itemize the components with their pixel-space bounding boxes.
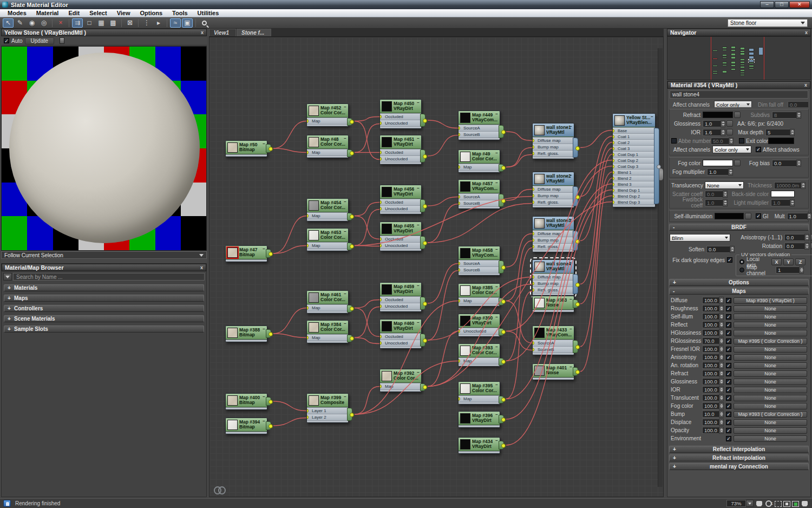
output-socket-icon[interactable] (575, 302, 580, 307)
material-name-input[interactable]: wall stone4 (670, 90, 808, 99)
zoom-tool-icon[interactable] (199, 18, 209, 28)
param-spinner[interactable]: 5 (765, 129, 795, 136)
param-checkbox[interactable]: Exit color (739, 138, 768, 144)
node-ws3[interactable]: wall stone3VRayMtl−Diffuse mapBump mapRe… (532, 216, 574, 252)
node-minimize-icon[interactable]: − (495, 344, 498, 349)
node-n49[interactable]: Map #49Color Cor...−Map (458, 149, 500, 173)
map-assign-button[interactable]: None (734, 395, 807, 401)
input-socket-icon[interactable] (380, 304, 382, 308)
close-icon[interactable]: x (805, 30, 808, 35)
input-socket-icon[interactable] (307, 119, 309, 123)
node-input-slot[interactable]: SourceA (459, 125, 500, 131)
node-minimize-icon[interactable]: − (417, 136, 420, 141)
output-socket-icon[interactable] (269, 424, 273, 428)
input-socket-icon[interactable] (613, 183, 614, 186)
output-socket-icon[interactable] (423, 338, 427, 343)
output-socket-icon[interactable] (501, 299, 506, 304)
map-shortcut-button[interactable] (726, 129, 733, 135)
node-input-slot[interactable]: SourceB (459, 200, 500, 206)
node-input-slot[interactable]: Map (459, 357, 500, 364)
node-n455[interactable]: Map #455VRayDirt−OccludedUnoccluded (379, 222, 422, 251)
input-socket-icon[interactable] (380, 151, 382, 154)
node-input-slot[interactable]: Diffuse map (533, 230, 574, 237)
close-icon[interactable]: x (201, 30, 204, 35)
navigator-node[interactable] (731, 61, 736, 64)
node-n457[interactable]: Map #457VRayCom...−SourceASourceB (458, 179, 500, 209)
node-n394[interactable]: Map #394Bitmap− (225, 418, 267, 434)
navigator-node[interactable] (731, 46, 736, 49)
menu-utilities[interactable]: Utilities (193, 10, 224, 16)
node-minimize-icon[interactable]: − (417, 370, 420, 375)
node-minimize-icon[interactable]: − (344, 394, 346, 399)
node-input-slot[interactable]: Refl. gloss. (533, 243, 574, 250)
node-n392[interactable]: Map #392Color Cor...−Map (379, 369, 422, 392)
map-assign-button[interactable]: None (734, 435, 807, 442)
menu-select[interactable]: Select (85, 10, 111, 16)
axis-z-button[interactable]: Z (795, 258, 806, 265)
map-enable-checkbox[interactable]: ✓ (726, 379, 731, 385)
navigator-node[interactable] (740, 74, 745, 76)
input-socket-icon[interactable] (613, 200, 614, 204)
map-amount-spinner[interactable]: 100.0 (702, 427, 724, 434)
menu-view[interactable]: View (113, 10, 135, 16)
close-button[interactable]: ✕ (789, 1, 810, 8)
node-minimize-icon[interactable]: − (569, 217, 572, 222)
node-minimize-icon[interactable]: − (651, 114, 653, 119)
input-socket-icon[interactable] (459, 262, 460, 265)
node-minimize-icon[interactable]: − (495, 151, 498, 155)
map-assign-button[interactable]: Map #395 ( Color Correction ) (734, 338, 807, 344)
node-input-slot[interactable]: Bump map (533, 192, 574, 199)
node-minimize-icon[interactable]: − (495, 438, 498, 443)
output-socket-icon[interactable] (501, 166, 506, 170)
auto-update-checkbox[interactable]: ✓ (4, 38, 9, 43)
input-socket-icon[interactable] (459, 299, 460, 303)
node-n50[interactable]: Map #50Bitmap− (225, 140, 267, 157)
input-socket-icon[interactable] (613, 129, 614, 133)
node-n395[interactable]: Map #395Color Cor...−Map (458, 381, 500, 405)
node-input-slot[interactable]: Occluded (380, 296, 421, 303)
node-n384[interactable]: Map #384Color Cor...−Map (306, 320, 349, 343)
zoom-plusminus-icon[interactable] (765, 500, 773, 507)
node-input-slot[interactable]: Coat 3 (613, 145, 655, 151)
zoom-region-icon[interactable] (775, 501, 782, 507)
rollout-options[interactable]: +Options (669, 279, 809, 286)
navigator-node[interactable] (740, 50, 745, 53)
node-input-slot[interactable]: Blend Dup 1 (613, 187, 655, 193)
node-minimize-icon[interactable]: − (495, 180, 498, 185)
node-n390[interactable]: Map #390VRayDirt−Unoccluded (458, 314, 500, 337)
update-button[interactable]: Update (25, 37, 54, 44)
navigator-node[interactable] (722, 70, 727, 73)
navigator-node[interactable] (731, 56, 736, 59)
node-n459[interactable]: Map #459VRayDirt−OccludedUnoccluded (379, 282, 422, 312)
node-input-slot[interactable]: SourceB (459, 131, 500, 138)
node-yellow[interactable]: Yellow St...VRayBlen...−BaseCoat 1Coat 2… (612, 113, 656, 207)
node-input-slot[interactable]: Diffuse map (533, 186, 574, 192)
output-socket-icon[interactable] (269, 147, 273, 151)
node-input-slot[interactable]: SourceB (459, 266, 500, 273)
input-socket-icon[interactable] (613, 147, 614, 151)
node-n461[interactable]: Map #461Color Cor...−Map (306, 290, 349, 314)
output-socket-icon[interactable] (350, 307, 354, 311)
node-input-slot[interactable]: Bump map (533, 144, 574, 150)
color-swatch[interactable] (703, 112, 733, 118)
navigator-node[interactable] (749, 48, 754, 51)
input-socket-icon[interactable] (613, 194, 614, 198)
node-minimize-icon[interactable]: − (263, 141, 265, 146)
navigator-node[interactable] (749, 62, 754, 64)
map-amount-spinner[interactable]: 100.0 (702, 321, 724, 328)
param-spinner[interactable]: 0.0 (772, 160, 801, 167)
navigator-node[interactable] (740, 64, 745, 66)
node-n452[interactable]: Map #452Color Cor...−Map (306, 103, 349, 127)
node-input-slot[interactable]: Diffuse map (533, 273, 574, 280)
node-input-slot[interactable]: Map (307, 304, 348, 311)
navigator-node[interactable] (740, 69, 745, 71)
node-input-slot[interactable]: Coat Dup 3 (613, 163, 655, 169)
browser-group-maps[interactable]: +Maps (4, 295, 204, 302)
output-socket-icon[interactable] (501, 130, 506, 134)
input-socket-icon[interactable] (459, 126, 460, 130)
node-minimize-icon[interactable]: − (569, 364, 572, 369)
node-input-slot[interactable]: Base (613, 127, 655, 133)
color-swatch[interactable] (768, 138, 794, 144)
menu-modes[interactable]: Modes (3, 10, 31, 16)
output-socket-icon[interactable] (423, 204, 427, 209)
